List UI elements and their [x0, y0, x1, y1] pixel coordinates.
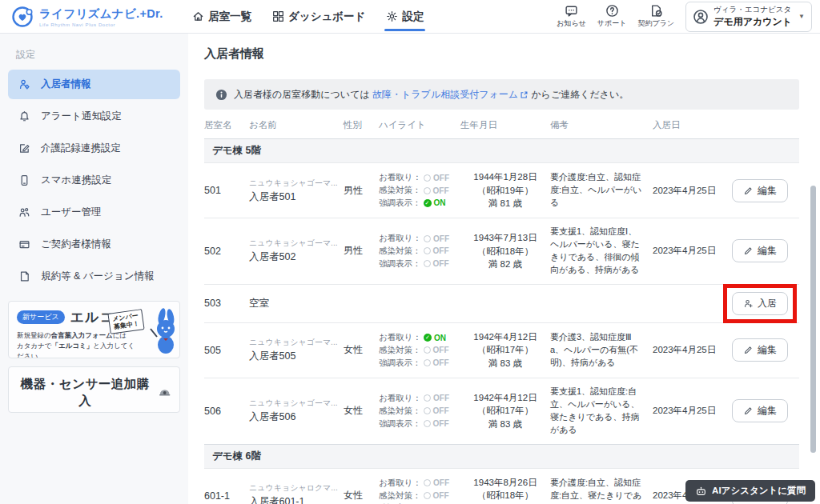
move-in-date-cell: 2023年4月25日 [653, 405, 726, 417]
column-header-居室名: 居室名 [204, 119, 249, 131]
chevron-down-icon: ▼ [798, 13, 805, 20]
utility-サポート[interactable]: サポート [597, 4, 627, 29]
highlight-toggle-label: お看取り： [379, 477, 421, 490]
notice-text: 入居者様の居室移動については 故障・トラブル相談受付フォーム からご連絡ください… [234, 88, 629, 102]
utility-label: お知らせ [557, 18, 586, 29]
nav-item-ダッシュボード[interactable]: ダッシュボード [272, 0, 365, 33]
bell-icon [18, 110, 30, 122]
edit-button[interactable]: 編集 [732, 179, 788, 202]
sidebar-item-label: ユーザー管理 [41, 206, 102, 219]
column-header-入居日: 入居日 [653, 119, 726, 131]
highlight-toggle: お看取り：OFF [379, 477, 460, 490]
highlight-toggle-label: 感染対策： [379, 245, 421, 258]
edit-button[interactable]: 編集 [732, 239, 788, 262]
room-name-cell: 601-1 [204, 490, 249, 502]
toggle-off-icon [424, 235, 431, 242]
message-icon [565, 4, 578, 18]
sidebar-item-label: 入居者情報 [41, 78, 91, 91]
highlight-cell: お看取り：OFF感染対策：OFF強調表示：✓ON [379, 171, 460, 209]
robot-icon [695, 486, 707, 497]
edit-button[interactable]: 編集 [732, 399, 788, 422]
note-cell: 要介護3、認知症度Ⅲ a、ヘルパーの有無(不明)、持病がある [550, 331, 653, 370]
edit-button[interactable]: 編集 [732, 338, 788, 362]
birthday-line: 1943年7月13日 [460, 231, 550, 245]
account-menu[interactable]: ヴィラ・エコナビスタ デモ用アカウント ▼ [685, 2, 812, 32]
resident-name-cell: 空室 [249, 297, 344, 310]
pencil-icon [743, 345, 754, 355]
toggle-off-icon [424, 420, 431, 427]
highlight-toggle-label: 強調表示： [379, 357, 421, 370]
table-row: 505ニュウキョシャゴーマ...入居者505女性お看取り：✓ON感染対策：OFF… [204, 322, 799, 378]
highlight-toggle-label: 強調表示： [379, 418, 421, 430]
note-cell: 要支援1、認知症度:自立、ヘルパーがいる、寝たきりである、持病がある [550, 386, 653, 437]
toggle-off-icon [424, 479, 431, 486]
scrollbar-thumb[interactable] [810, 186, 816, 453]
toggle-state: OFF [433, 245, 449, 257]
app-logo[interactable]: ライフリズムナビ.+Dr. Life Rhythm Navi Plus Doct… [0, 6, 186, 28]
toggle-off-icon [424, 174, 431, 182]
resident-name: 入居者506 [249, 410, 344, 424]
room-name-cell: 506 [204, 406, 249, 417]
highlight-toggle-label: 感染対策： [379, 184, 421, 197]
ai-assistant-button[interactable]: AIアシスタントに質問 [685, 480, 815, 502]
sidebar-item-スマホ連携設定[interactable]: スマホ連携設定 [8, 166, 180, 195]
document-icon [18, 270, 30, 282]
pencil-icon [743, 246, 754, 256]
resident-kana: ニュウキョシャロクマ... [249, 482, 344, 494]
page-title: 入居者情報 [204, 46, 799, 62]
gender-cell: 女性 [344, 489, 379, 502]
toggle-state: OFF [433, 392, 449, 404]
highlight-toggle: お看取り：OFF [379, 232, 460, 245]
nav-item-設定[interactable]: 設定 [386, 0, 424, 33]
column-header-性別: 性別 [344, 119, 379, 131]
highlight-toggle: 感染対策：OFF [379, 344, 460, 357]
toggle-off-icon [424, 394, 431, 402]
section-row-デモ棟 5階: デモ棟 5階 [204, 138, 799, 162]
toggle-state: OFF [433, 344, 449, 356]
sidebar-item-規約等 & バージョン情報[interactable]: 規約等 & バージョン情報 [8, 262, 180, 291]
toggle-state: OFF [433, 418, 449, 430]
action-cell: 編集 [726, 239, 799, 262]
move-in-button[interactable]: 入居 [732, 292, 788, 315]
external-link-icon [520, 90, 529, 99]
sensor-banner-title: 機器・センサー追加購入 [17, 376, 171, 410]
sidebar-item-label: ご契約者様情報 [41, 238, 111, 251]
highlight-toggle: 感染対策：OFF [379, 490, 460, 502]
account-name: デモ用アカウント [713, 15, 792, 29]
toggle-off-icon [424, 407, 431, 414]
highlight-toggle: 強調表示：OFF [379, 357, 460, 370]
vacant-label: 空室 [249, 297, 344, 310]
column-header-生年月日: 生年月日 [460, 119, 550, 131]
utility-契約プラン[interactable]: 契約プラン [637, 4, 674, 29]
nav-item-label: 設定 [402, 10, 424, 24]
logo-text: ライフリズムナビ.+Dr. Life Rhythm Navi Plus Doct… [39, 6, 163, 27]
birthday-line: 1944年1月28日 [460, 170, 550, 184]
resident-kana: ニュウキョシャゴーマ... [249, 398, 344, 409]
document-check-icon [649, 4, 663, 18]
highlight-toggle: お看取り：OFF [379, 171, 460, 184]
sidebar-item-アラート通知設定[interactable]: アラート通知設定 [8, 102, 180, 131]
elcomi-banner[interactable]: 新サービス エルコミ 新規登録の合言葉入力フォームには カタカナで「エルコミ」と… [8, 301, 180, 358]
sidebar-item-ユーザー管理[interactable]: ユーザー管理 [8, 198, 180, 227]
users-icon [18, 206, 30, 218]
highlight-toggle-label: 感染対策： [379, 344, 421, 357]
nav-item-居室一覧[interactable]: 居室一覧 [192, 0, 251, 33]
table-body: デモ棟 5階501ニュウキョシャゴーマ...入居者501男性お看取り：OFF感染… [204, 138, 799, 504]
sidebar-item-介護記録連携設定[interactable]: 介護記録連携設定 [8, 134, 180, 163]
highlight-toggle-label: お看取り： [379, 392, 421, 405]
highlight-toggle: 感染対策：OFF [379, 405, 460, 418]
room-name-cell: 502 [204, 246, 249, 257]
utility-お知らせ[interactable]: お知らせ [557, 4, 586, 29]
resident-kana: ニュウキョシャゴーマ... [249, 238, 344, 249]
sensor-purchase-banner[interactable]: 機器・センサー追加購入 各種センサー、見守りカメラ、ACアダプターのご購入はこち… [8, 366, 180, 413]
gender-cell: 女性 [344, 343, 379, 357]
sidebar-item-ご契約者様情報[interactable]: ご契約者様情報 [8, 230, 180, 259]
trouble-form-link[interactable]: 故障・トラブル相談受付フォーム [372, 88, 529, 102]
sidebar-item-入居者情報[interactable]: 入居者情報 [8, 70, 180, 99]
edit-button-label: 編集 [758, 343, 777, 357]
utility-label: サポート [597, 18, 627, 29]
room-name-cell: 503 [204, 298, 249, 309]
highlight-cell: お看取り：OFF感染対策：OFF強調表示：OFF [379, 477, 460, 504]
edit-button-label: 編集 [758, 244, 777, 258]
sidebar-item-label: スマホ連携設定 [41, 174, 111, 187]
